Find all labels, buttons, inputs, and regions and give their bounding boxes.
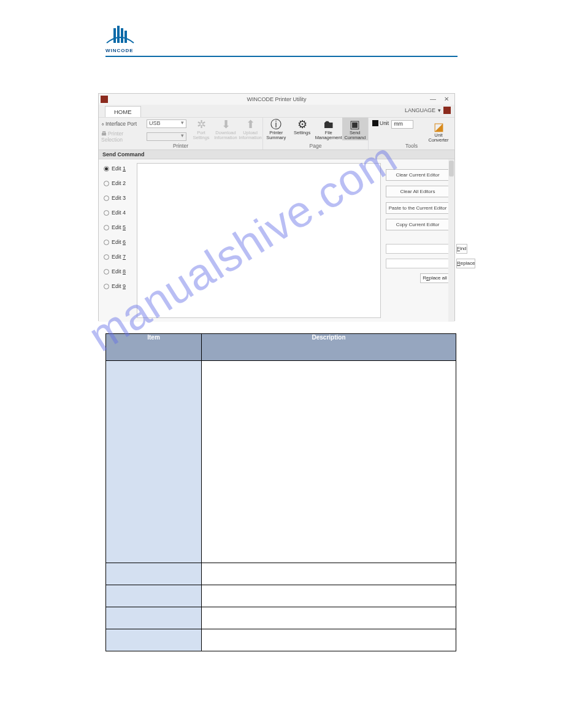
svg-rect-2 (121, 28, 123, 43)
edit-radio-8[interactable]: Edit 8 (104, 268, 137, 275)
unit-icon (372, 120, 378, 126)
svg-rect-3 (124, 31, 127, 43)
download-icon: ⬇ (221, 119, 231, 130)
unit-label: Unit (380, 120, 389, 126)
find-button[interactable]: Find (456, 244, 467, 254)
language-label[interactable]: LANGUAGE (405, 107, 435, 113)
printer-summary-button[interactable]: ⓘ Printer Summary (263, 118, 289, 140)
group-label-printer: Printer (99, 143, 262, 150)
edit-list: Edit 1 Edit 2 Edit 3 Edit 4 Edit 5 Edit … (99, 159, 137, 322)
printer-selection-select (147, 132, 186, 141)
find-input[interactable] (386, 244, 454, 254)
ribbon: Interface Port USB Printer Selection ✲ P… (99, 117, 454, 150)
brand-logo: WINCODE (105, 26, 458, 53)
svg-rect-0 (113, 28, 116, 43)
group-label-tools: Tools (369, 143, 454, 150)
edit-radio-7[interactable]: Edit 7 (104, 254, 137, 260)
send-command-button[interactable]: ▣ Send Command (342, 118, 368, 140)
download-info-button: ⬇ Download Information (213, 118, 238, 143)
app-icon (101, 96, 108, 103)
info-icon: ⓘ (270, 119, 282, 130)
interface-port-value: USB (149, 120, 161, 126)
terminal-icon: ▣ (350, 119, 360, 130)
edit-radio-4[interactable]: Edit 4 (104, 210, 137, 216)
tab-home[interactable]: HOME (105, 106, 141, 117)
right-panel: Clear Current Editor Clear All Editors P… (381, 159, 454, 322)
settings-button[interactable]: ⚙ Settings (289, 118, 315, 140)
brand-name: WINCODE (105, 48, 134, 53)
replace-all-button[interactable]: Replace all (420, 273, 450, 283)
edit-radio-9[interactable]: Edit 9 (104, 283, 137, 289)
clear-current-editor-button[interactable]: Clear Current Editor (386, 169, 450, 181)
scrollbar-thumb[interactable] (449, 161, 454, 176)
file-management-button[interactable]: 🖿 File Management (315, 118, 342, 140)
svg-rect-1 (117, 26, 120, 43)
window-title: WINCODE Printer Utility (247, 96, 306, 102)
printer-selection-label: Printer Selection (101, 131, 144, 143)
ruler-icon: ◪ (434, 121, 444, 132)
command-editor[interactable] (137, 163, 381, 318)
replace-button[interactable]: Replace (456, 259, 475, 268)
unit-converter-button[interactable]: ◪ Unit Converter (426, 120, 451, 143)
table-row (106, 585, 456, 607)
interface-port-select[interactable]: USB (147, 119, 186, 128)
port-settings-button: ✲ Port Settings (189, 118, 213, 143)
folder-icon: 🖿 (323, 119, 334, 130)
table-row (106, 607, 456, 629)
header-divider (105, 56, 458, 57)
copy-current-editor-button[interactable]: Copy Current Editor (386, 219, 450, 230)
replace-input[interactable] (386, 259, 454, 268)
dropdown-icon: ▾ (438, 107, 441, 113)
table-row (106, 563, 456, 585)
upload-icon: ⬆ (246, 119, 255, 130)
edit-radio-1[interactable]: Edit 1 (104, 165, 137, 172)
edit-radio-3[interactable]: Edit 3 (104, 195, 137, 201)
interface-port-label: Interface Port (101, 121, 144, 127)
table-header-item: Item (106, 334, 202, 361)
edit-radio-6[interactable]: Edit 6 (104, 239, 137, 245)
gear-icon: ✲ (197, 119, 206, 130)
minimize-button[interactable]: — (426, 94, 440, 104)
tab-row: HOME LANGUAGE ▾ (99, 105, 454, 117)
upload-info-button: ⬆ Upload Information (238, 118, 262, 143)
edit-radio-5[interactable]: Edit 5 (104, 224, 137, 230)
titlebar: WINCODE Printer Utility — ✕ (99, 94, 454, 105)
vertical-scrollbar[interactable] (448, 159, 454, 322)
page-header: WINCODE (105, 26, 458, 57)
section-header: Send Command (99, 150, 454, 159)
close-button[interactable]: ✕ (440, 94, 453, 104)
language-icon[interactable] (443, 107, 451, 114)
section-title: 5.6 Command Tool (105, 81, 167, 89)
table-row (106, 361, 456, 563)
settings-icon: ⚙ (297, 119, 307, 130)
unit-value: mm (394, 121, 403, 127)
unit-select[interactable]: mm (391, 120, 413, 129)
table-header-description: Description (202, 334, 456, 361)
wincode-logo-icon (105, 26, 135, 48)
edit-radio-2[interactable]: Edit 2 (104, 180, 137, 186)
table-row (106, 629, 456, 651)
paste-to-current-editor-button[interactable]: Paste to the Current Editor (386, 202, 450, 214)
app-window: WINCODE Printer Utility — ✕ HOME LANGUAG… (98, 93, 455, 321)
description-table: Item Description (105, 333, 456, 651)
clear-all-editors-button[interactable]: Clear All Editors (386, 186, 450, 197)
group-label-page: Page (263, 143, 368, 150)
